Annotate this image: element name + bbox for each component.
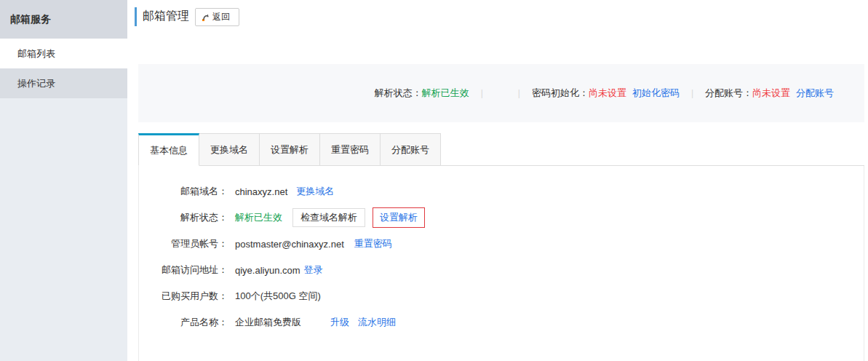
status-label: 解析状态： xyxy=(375,87,422,100)
detail-row-admin-account: 管理员帐号： postmaster@chinaxyz.net 重置密码 xyxy=(139,231,864,257)
admin-account-group: postmaster@chinaxyz.net 重置密码 xyxy=(235,237,392,250)
back-icon xyxy=(202,13,210,22)
mailbox-management-page: 邮箱服务 邮箱列表 操作记录 邮箱管理 返回 解析状态： xyxy=(0,0,868,361)
billing-detail-link[interactable]: 流水明细 xyxy=(358,316,396,329)
domain-value-group: chinaxyz.net 更换域名 xyxy=(235,185,334,198)
detail-row-domain: 邮箱域名： chinaxyz.net 更换域名 xyxy=(139,178,864,205)
sidebar-title: 邮箱服务 xyxy=(0,0,127,39)
resolution-value-group: 解析已生效 检查域名解析 设置解析 xyxy=(235,207,425,228)
page-title: 邮箱管理 xyxy=(143,9,189,24)
detail-label: 解析状态： xyxy=(139,211,228,224)
detail-row-resolution-status: 解析状态： 解析已生效 检查域名解析 设置解析 xyxy=(139,205,864,231)
status-label: 分配账号： xyxy=(705,87,752,100)
tab-basic-info[interactable]: 基本信息 xyxy=(138,133,199,166)
init-password-link[interactable]: 初始化密码 xyxy=(632,87,680,100)
separator: | xyxy=(481,88,483,98)
password-init-status-value: 尚未设置 xyxy=(589,87,626,100)
detail-row-product-name: 产品名称： 企业邮箱免费版 升级 流水明细 xyxy=(139,309,864,336)
tab-set-dns[interactable]: 设置解析 xyxy=(260,133,320,166)
assign-account-status-value: 尚未设置 xyxy=(752,87,790,100)
detail-label: 已购买用户数： xyxy=(139,290,228,303)
login-link[interactable]: 登录 xyxy=(304,263,323,277)
title-accent-bar xyxy=(135,7,137,26)
main-content: 邮箱管理 返回 解析状态： 解析已生效 | | 密码初始化： 尚未设置 初始 xyxy=(127,0,868,361)
set-dns-highlight-box: 设置解析 xyxy=(373,207,425,228)
detail-label: 邮箱域名： xyxy=(139,185,228,198)
basic-info-panel: 邮箱域名： chinaxyz.net 更换域名 解析状态： 解析已生效 检查域名… xyxy=(138,166,864,361)
purchased-users-group: 100个(共500G 空间) xyxy=(235,290,321,303)
admin-account-value: postmaster@chinaxyz.net xyxy=(235,239,344,250)
tab-bar: 基本信息 更换域名 设置解析 重置密码 分配账号 xyxy=(138,133,864,166)
status-group-resolution: 解析状态： 解析已生效 xyxy=(375,87,469,100)
tab-assign-account[interactable]: 分配账号 xyxy=(381,133,441,166)
page-header: 邮箱管理 返回 xyxy=(127,0,868,64)
access-url-value: qiye.aliyun.com xyxy=(235,265,300,276)
sidebar-item-label: 操作记录 xyxy=(17,78,55,89)
product-name-value: 企业邮箱免费版 xyxy=(235,316,301,329)
access-url-group: qiye.aliyun.com 登录 xyxy=(235,263,323,277)
purchased-users-value: 100个(共500G 空间) xyxy=(235,290,321,303)
tab-reset-password[interactable]: 重置密码 xyxy=(320,133,381,166)
back-button[interactable]: 返回 xyxy=(195,8,239,26)
check-dns-button[interactable]: 检查域名解析 xyxy=(292,208,365,227)
status-group-assign-account: 分配账号： 尚未设置 分配账号 xyxy=(705,87,834,100)
change-domain-link[interactable]: 更换域名 xyxy=(296,185,334,198)
resolution-status-text: 解析已生效 xyxy=(235,211,282,224)
assign-account-link[interactable]: 分配账号 xyxy=(796,87,834,100)
mailbox-domain-value: chinaxyz.net xyxy=(235,186,287,197)
detail-label: 邮箱访问地址： xyxy=(139,263,228,277)
back-button-label: 返回 xyxy=(212,11,230,23)
sidebar-item-mailbox-list[interactable]: 邮箱列表 xyxy=(0,39,127,68)
status-label: 密码初始化： xyxy=(532,87,589,100)
status-group-password-init: 密码初始化： 尚未设置 初始化密码 xyxy=(532,87,680,100)
product-name-group: 企业邮箱免费版 升级 流水明细 xyxy=(235,316,396,329)
sidebar: 邮箱服务 邮箱列表 操作记录 xyxy=(0,0,127,361)
upgrade-link[interactable]: 升级 xyxy=(330,316,349,329)
sidebar-item-operation-log[interactable]: 操作记录 xyxy=(0,68,127,98)
sidebar-item-label: 邮箱列表 xyxy=(17,48,55,59)
separator: | xyxy=(691,88,693,98)
detail-row-purchased-users: 已购买用户数： 100个(共500G 空间) xyxy=(139,283,864,309)
status-bar: 解析状态： 解析已生效 | | 密码初始化： 尚未设置 初始化密码 | 分配账号… xyxy=(138,64,864,122)
detail-row-access-url: 邮箱访问地址： qiye.aliyun.com 登录 xyxy=(139,257,864,283)
set-dns-link[interactable]: 设置解析 xyxy=(380,211,418,224)
resolution-status-value: 解析已生效 xyxy=(422,87,469,100)
reset-password-link[interactable]: 重置密码 xyxy=(354,237,392,250)
tab-change-domain[interactable]: 更换域名 xyxy=(199,133,260,166)
detail-label: 产品名称： xyxy=(139,316,228,329)
detail-label: 管理员帐号： xyxy=(139,237,228,250)
separator: | xyxy=(518,88,520,98)
